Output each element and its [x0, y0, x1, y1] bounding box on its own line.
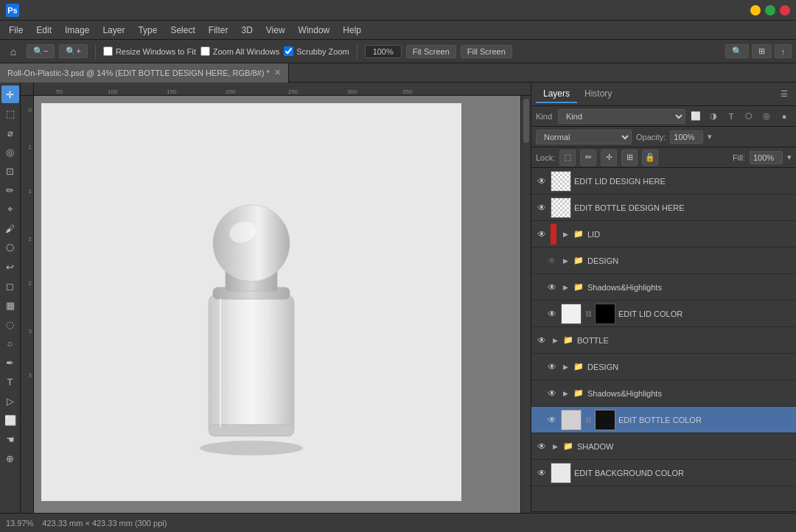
eye-button-2[interactable]: 👁: [536, 228, 548, 240]
share-button[interactable]: ↑: [775, 44, 792, 58]
lock-position-button[interactable]: ✛: [601, 150, 617, 166]
eye-button-0[interactable]: 👁: [536, 175, 548, 187]
lock-pixels-button[interactable]: ✏: [580, 150, 596, 166]
lock-artboard-button[interactable]: ⊞: [621, 150, 638, 166]
eye-button-1[interactable]: 👁: [536, 202, 548, 214]
layers-list[interactable]: 👁 EDIT LID DESIGN HERE 👁 EDIT BOTTLE DES…: [531, 168, 796, 511]
tab-close-button[interactable]: ✕: [274, 68, 281, 77]
pen-tool[interactable]: ✒: [1, 354, 19, 371]
layer-design-group[interactable]: 👁 ▶ 📁 DESIGN: [531, 248, 796, 274]
menu-window[interactable]: Window: [293, 24, 336, 37]
layer-lid-group[interactable]: 👁 ▶ 📁 LID: [531, 221, 796, 248]
expand-bottle-group[interactable]: ▶: [551, 336, 559, 345]
eye-button-11[interactable]: 👁: [536, 467, 548, 479]
smart-filter-icon[interactable]: ◎: [759, 109, 774, 124]
eye-button-4[interactable]: 👁: [546, 281, 558, 293]
menu-image[interactable]: Image: [59, 24, 95, 37]
layer-edit-lid-color[interactable]: 👁 ⛓ EDIT LID COLOR: [531, 301, 796, 327]
resize-windows-checkbox[interactable]: Resize Windows to Fit: [103, 46, 196, 56]
layer-shadows-highlights-2[interactable]: 👁 ▶ 📁 Shadows&Highlights: [531, 380, 796, 407]
eye-button-6[interactable]: 👁: [536, 335, 548, 346]
expand-lid-group[interactable]: ▶: [561, 230, 570, 239]
close-button[interactable]: [780, 5, 790, 15]
scrubby-zoom-checkbox[interactable]: Scrubby Zoom: [284, 46, 349, 56]
opacity-input[interactable]: [670, 130, 703, 144]
menu-help[interactable]: Help: [337, 24, 367, 37]
layer-design-group-2[interactable]: 👁 ▶ 📁 DESIGN: [531, 354, 796, 380]
zoom-percent-input[interactable]: [365, 45, 402, 58]
dodge-tool[interactable]: ○: [1, 335, 19, 352]
zoom-out-button[interactable]: 🔍+: [59, 44, 87, 58]
layer-edit-bottle-color[interactable]: 👁 ⛓ EDIT BOTTLE COLOR: [531, 407, 796, 433]
home-button[interactable]: ⌂: [4, 43, 22, 60]
layer-bottle-group[interactable]: 👁 ▶ 📁 BOTTLE: [531, 327, 796, 354]
pixel-filter-icon[interactable]: ⬜: [688, 109, 703, 124]
layer-edit-bg-color[interactable]: 👁 EDIT BACKGROUND COLOR: [531, 460, 796, 486]
lock-all-button[interactable]: 🔒: [642, 150, 658, 166]
vertical-scrollbar[interactable]: [520, 96, 531, 522]
history-tab[interactable]: History: [577, 85, 619, 103]
blur-tool[interactable]: ◌: [1, 315, 19, 333]
blend-mode-dropdown[interactable]: Normal: [536, 130, 632, 144]
zoom-all-checkbox[interactable]: Zoom All Windows: [200, 46, 279, 56]
eye-button-9[interactable]: 👁: [546, 414, 558, 426]
arrange-button[interactable]: ⊞: [752, 44, 772, 58]
crop-tool[interactable]: ⊡: [1, 162, 19, 180]
search-button[interactable]: 🔍: [725, 44, 749, 58]
menu-filter[interactable]: Filter: [203, 24, 234, 37]
expand-sh-2[interactable]: ▶: [561, 389, 570, 398]
panel-menu-button[interactable]: ☰: [777, 87, 792, 102]
menu-file[interactable]: File: [3, 24, 29, 37]
menu-3d[interactable]: 3D: [235, 24, 258, 37]
expand-shadow[interactable]: ▶: [551, 442, 559, 451]
lasso-tool[interactable]: ⌀: [1, 124, 19, 141]
expand-sh-1[interactable]: ▶: [561, 283, 570, 292]
eye-button-7[interactable]: 👁: [546, 361, 558, 373]
brush-tool[interactable]: 🖌: [1, 220, 19, 237]
expand-design-group[interactable]: ▶: [561, 256, 570, 265]
eyedropper-tool[interactable]: ✏: [1, 181, 19, 199]
zoom-in-button[interactable]: 🔍−: [27, 44, 55, 58]
text-tool[interactable]: T: [1, 373, 19, 391]
hand-tool[interactable]: ☚: [1, 430, 19, 448]
layer-shadow-group[interactable]: 👁 ▶ 📁 SHADOW: [531, 433, 796, 460]
eraser-tool[interactable]: ◻: [1, 277, 19, 295]
zoom-all-input[interactable]: [200, 46, 210, 56]
minimize-button[interactable]: [750, 5, 761, 15]
fill-screen-button[interactable]: Fill Screen: [461, 45, 512, 58]
scrubby-zoom-input[interactable]: [284, 46, 293, 56]
type-filter-icon[interactable]: T: [724, 109, 739, 124]
eye-button-5[interactable]: 👁: [546, 308, 558, 320]
eye-button-10[interactable]: 👁: [536, 441, 548, 452]
layer-shadows-highlights-1[interactable]: 👁 ▶ 📁 Shadows&Highlights: [531, 274, 796, 301]
menu-edit[interactable]: Edit: [30, 24, 57, 37]
clone-tool[interactable]: ⎔: [1, 239, 19, 256]
heal-tool[interactable]: ⌖: [1, 200, 19, 218]
document-tab[interactable]: Roll-On-Plastic-3.psd @ 14% (EDIT BOTTLE…: [0, 63, 289, 83]
shape-filter-icon[interactable]: ⬡: [741, 109, 756, 124]
layer-edit-bottle-design[interactable]: 👁 EDIT BOTTLE DESIGN HERE: [531, 195, 796, 221]
quick-select-tool[interactable]: ◎: [1, 143, 19, 161]
marquee-tool[interactable]: ⬚: [1, 105, 19, 122]
layers-tab[interactable]: Layers: [536, 85, 577, 103]
menu-select[interactable]: Select: [164, 24, 200, 37]
move-tool[interactable]: ✛: [1, 85, 19, 103]
maximize-button[interactable]: [765, 5, 775, 15]
shape-tool[interactable]: ⬜: [1, 411, 19, 429]
lock-transparent-button[interactable]: ⬚: [559, 150, 576, 166]
eye-button-3[interactable]: 👁: [546, 255, 558, 267]
kind-dropdown[interactable]: Kind: [558, 109, 685, 124]
history-brush-tool[interactable]: ↩: [1, 258, 19, 276]
eye-button-8[interactable]: 👁: [546, 388, 558, 399]
path-select-tool[interactable]: ▷: [1, 392, 19, 410]
scrollbar-thumb-v[interactable]: [523, 99, 529, 143]
gradient-tool[interactable]: ▦: [1, 296, 19, 314]
resize-windows-input[interactable]: [103, 46, 113, 56]
fill-input[interactable]: [750, 151, 783, 164]
adjustment-filter-icon[interactable]: ◑: [706, 109, 721, 124]
fit-screen-button[interactable]: Fit Screen: [406, 45, 456, 58]
layer-edit-lid-design[interactable]: 👁 EDIT LID DESIGN HERE: [531, 168, 796, 195]
menu-type[interactable]: Type: [132, 24, 163, 37]
canvas-viewport[interactable]: [34, 96, 531, 517]
fill-arrow[interactable]: ▾: [787, 153, 792, 162]
